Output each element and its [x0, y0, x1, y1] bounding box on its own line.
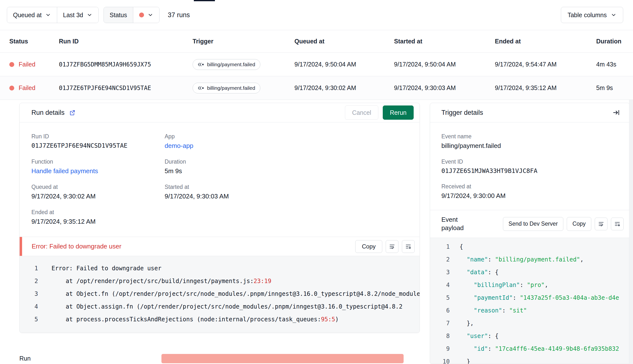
column-header-ended-at[interactable]: Ended at: [495, 38, 596, 45]
trigger-details-fields: Event name billing/payment.failed Event …: [430, 122, 630, 210]
vertical-scrollbar[interactable]: [629, 100, 633, 364]
ended-at-cell: 9/17/2024, 9:35:12 AM: [495, 84, 596, 92]
send-to-dev-server-button[interactable]: Send to Dev Server: [503, 217, 564, 231]
ended-at-value: 9/17/2024, 9:35:12 AM: [32, 218, 165, 226]
field-ended-at: Ended at 9/17/2024, 9:35:12 AM: [32, 209, 165, 226]
table-row[interactable]: Failed 01J7ZFBG5DMM85MJA9H659JX75 billin…: [0, 53, 633, 76]
trigger-cell: billing/payment.failed: [192, 83, 294, 94]
trigger-event-name: billing/payment.failed: [207, 85, 255, 91]
line-number: 7: [430, 317, 450, 330]
trigger-details-panel: Trigger details Event name billing/payme…: [430, 103, 630, 364]
failed-status-dot-icon: [9, 86, 14, 90]
status-filter-label: Status: [104, 7, 133, 23]
status-cell: Failed: [9, 84, 59, 92]
timeline-run-label: Run: [20, 355, 31, 362]
trigger-details-header: Trigger details: [430, 103, 630, 122]
status-filter-value-button[interactable]: [133, 7, 159, 23]
table-row[interactable]: Failed 01J7ZE6TPJF6E94NCSD1V95TAE billin…: [0, 76, 633, 100]
active-tab-indicator: [194, 0, 215, 1]
table-header: Status Run ID Trigger Queued at Started …: [0, 30, 633, 53]
duration-value: 5m 9s: [165, 167, 408, 175]
error-banner: Error: Failed to downgrade user Copy: [20, 237, 420, 256]
error-accent-stripe: [20, 237, 22, 256]
line-number: 8: [430, 330, 450, 342]
run-details-panel: Run details Cancel Rerun Run ID 01J7ZE6T…: [20, 103, 420, 333]
queued-at-filter-label: Queued at: [13, 12, 42, 19]
external-link-icon[interactable]: [69, 110, 76, 116]
wrap-text-icon: [598, 221, 604, 227]
status-label: Failed: [19, 84, 35, 92]
line-number: 5: [20, 313, 38, 326]
field-received-at: Received at 9/17/2024, 9:30:00 AM: [442, 183, 618, 200]
collapse-panel-button[interactable]: [610, 107, 622, 118]
started-at-cell: 9/17/2024, 9:50:04 AM: [394, 61, 495, 68]
trigger-event-pill[interactable]: billing/payment.failed: [192, 83, 260, 94]
chevron-down-icon: [86, 12, 92, 18]
run-drawer: Run details Cancel Rerun Run ID 01J7ZE6T…: [0, 100, 633, 364]
column-header-trigger[interactable]: Trigger: [192, 38, 294, 45]
column-header-duration[interactable]: Duration: [596, 38, 626, 45]
status-cell: Failed: [9, 61, 59, 68]
column-header-queued-at[interactable]: Queued at: [294, 38, 394, 45]
event-payload-actions: Send to Dev Server Copy: [503, 217, 624, 231]
run-timeline-bar[interactable]: [162, 354, 404, 363]
runs-table-body: Failed 01J7ZFBG5DMM85MJA9H659JX75 billin…: [0, 53, 633, 100]
column-header-started-at[interactable]: Started at: [394, 38, 495, 45]
field-event-id: Event ID 01J7ZE6S1MJWA33HT9B1VJC8FA: [442, 158, 618, 174]
run-details-header: Run details Cancel Rerun: [20, 103, 420, 122]
scroll-to-bottom-icon: [405, 243, 412, 250]
field-label: Function: [32, 158, 165, 165]
wrap-text-icon-button[interactable]: [595, 218, 608, 230]
event-payload-json: 1{2 "name": "billing/payment.failed",3 "…: [430, 238, 630, 364]
column-header-run-id[interactable]: Run ID: [59, 38, 192, 45]
copy-error-button[interactable]: Copy: [355, 240, 382, 253]
field-function: Function Handle failed payments: [32, 158, 165, 175]
error-title: Error: Failed to downgrade user: [32, 242, 122, 250]
line-number: 6: [430, 304, 450, 317]
run-details-actions: Cancel Rerun: [345, 106, 414, 120]
status-filter-control: Status: [104, 7, 160, 23]
line-number: 4: [430, 279, 450, 292]
run-id-value: 01J7ZE6TPJF6E94NCSD1V95TAE: [32, 142, 165, 149]
rerun-button[interactable]: Rerun: [383, 106, 414, 120]
field-label: Event ID: [442, 158, 618, 165]
scroll-to-bottom-icon-button[interactable]: [611, 218, 624, 230]
event-payload-title: Event payload: [442, 216, 473, 232]
time-filter-group: Queued at Last 3d: [7, 7, 99, 23]
queued-at-cell: 9/17/2024, 9:30:02 AM: [294, 84, 394, 92]
field-app: App demo-app: [165, 133, 408, 150]
runs-page: Queued at Last 3d Status 37 runs Table c…: [0, 0, 633, 364]
collapse-right-icon: [613, 109, 620, 116]
date-range-filter-button[interactable]: Last 3d: [57, 7, 98, 23]
scroll-to-bottom-icon-button[interactable]: [402, 240, 415, 253]
app-link[interactable]: demo-app: [165, 142, 408, 150]
failed-status-dot-icon: [9, 62, 14, 67]
queued-at-filter-button[interactable]: Queued at: [7, 7, 57, 23]
chevron-down-icon: [45, 12, 51, 18]
line-number: 2: [430, 253, 450, 266]
scroll-to-bottom-icon: [614, 221, 620, 227]
run-details-title: Run details: [32, 109, 64, 116]
code-line: 2 "name": "billing/payment.failed",: [430, 253, 630, 266]
trigger-event-pill[interactable]: billing/payment.failed: [192, 59, 260, 70]
wrap-text-icon: [389, 243, 395, 250]
table-columns-button[interactable]: Table columns: [561, 7, 623, 23]
trigger-details-column: Trigger details Event name billing/payme…: [430, 103, 630, 364]
error-actions: Copy: [355, 240, 415, 253]
duration-cell: 5m 9s: [596, 84, 626, 92]
wrap-text-icon-button[interactable]: [386, 240, 398, 253]
function-link[interactable]: Handle failed payments: [32, 167, 165, 175]
field-duration: Duration 5m 9s: [165, 158, 408, 175]
failed-status-dot-icon: [139, 12, 144, 18]
filters-toolbar: Queued at Last 3d Status 37 runs Table c…: [0, 0, 633, 30]
ended-at-cell: 9/17/2024, 9:54:47 AM: [495, 61, 596, 68]
line-number: 4: [20, 300, 38, 313]
line-number: 2: [20, 275, 38, 288]
event-name-value: billing/payment.failed: [442, 142, 618, 150]
cancel-button[interactable]: Cancel: [345, 106, 378, 120]
run-timeline: Run: [20, 354, 420, 364]
column-header-status[interactable]: Status: [9, 38, 59, 45]
date-range-filter-label: Last 3d: [63, 12, 83, 19]
copy-payload-button[interactable]: Copy: [567, 217, 591, 231]
run-id-cell: 01J7ZE6TPJF6E94NCSD1V95TAE: [59, 84, 192, 92]
